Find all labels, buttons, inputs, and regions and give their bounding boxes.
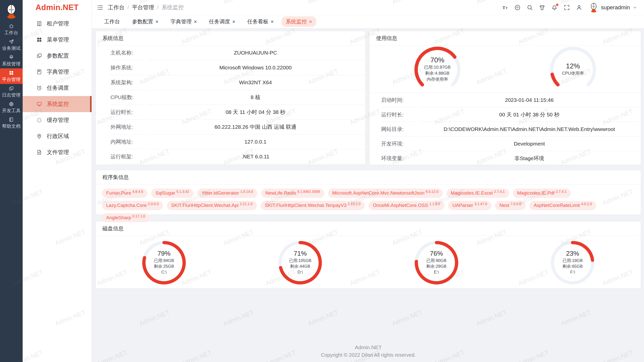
assembly-version: 4.0.2.0 [581, 202, 592, 206]
info-label: 启动时间: [381, 93, 415, 107]
notebook-icon [9, 117, 14, 122]
main-area: 工作台/平台管理/系统监控 TT中 superadmin 工作台参数配置×字典管… [92, 0, 644, 362]
rail-item-平台管理[interactable]: 平台管理 [0, 68, 23, 84]
sidebar-item-系统监控[interactable]: 系统监控 [23, 96, 92, 112]
tab-close-icon[interactable]: × [309, 19, 312, 24]
info-row: 运行框架:.NET 6.0.11 [96, 149, 365, 164]
assembly-tag: AspNetCoreRateLimit4.0.2.0 [529, 201, 596, 210]
sidebar-item-租户管理[interactable]: 租户管理 [23, 16, 92, 32]
tab-参数配置[interactable]: 参数配置× [128, 16, 163, 27]
assembly-version: 4.8.4.5 [132, 190, 143, 194]
breadcrumb-separator: / [128, 5, 129, 10]
info-value: 2023-01-04 11:15:46 [419, 93, 640, 107]
info-label: 环境变量: [381, 151, 415, 166]
sidebar-item-任务调度[interactable]: 任务调度 [23, 80, 92, 96]
assembly-tag: Nest7.0.0.0 [495, 201, 526, 210]
rail-item-系统管理[interactable]: 系统管理 [0, 53, 23, 68]
assembly-tag: Yitter.IdGenerator1.0.14.0 [197, 189, 257, 198]
user-menu[interactable]: superadmin [589, 3, 637, 13]
fullscreen-icon[interactable] [564, 4, 570, 11]
gauge-line: 内存使用率 [427, 76, 448, 82]
copy-icon [36, 53, 42, 59]
panel-title-assemblies: 程序集信息 [96, 170, 641, 185]
tab-close-icon[interactable]: × [155, 19, 158, 24]
sidebar-item-文件管理[interactable]: 文件管理 [23, 144, 92, 160]
sidebar-item-缓存管理[interactable]: 缓存管理 [23, 112, 92, 128]
panel-usage-info: 使用信息 70%已用:10.97GB剩余:4.88GB内存使用率12%CPU使用… [369, 31, 641, 165]
rail-item-日志管理[interactable]: 日志管理 [0, 84, 23, 100]
tab-系统监控[interactable]: 系统监控× [281, 16, 316, 27]
assembly-name: AngleSharp [106, 215, 131, 221]
svg-text:中: 中 [516, 6, 519, 9]
assembly-name: Magicodes.IE.Excel [451, 190, 493, 196]
sidebar-item-字典管理[interactable]: 字典管理 [23, 64, 92, 80]
search-icon[interactable] [527, 4, 533, 11]
sidebar-item-label: 文件管理 [47, 149, 69, 156]
tab-任务看板[interactable]: 任务看板× [243, 16, 278, 27]
breadcrumb-item[interactable]: 工作台 [108, 4, 125, 11]
assembly-tag: Microsoft.AspNetCore.Mvc.NewtonsoftJson6… [328, 189, 443, 198]
rail-item-开发工具[interactable]: 开发工具 [0, 100, 23, 115]
monitor-icon [36, 101, 42, 107]
assembly-tag: Furion.Pure4.8.4.5 [102, 189, 147, 198]
rail-item-工作台[interactable]: 工作台 [0, 22, 23, 37]
sidebar-item-参数配置[interactable]: 参数配置 [23, 48, 92, 64]
file-icon [36, 149, 42, 155]
rail-item-label: 工作台 [4, 30, 18, 36]
svg-text:T: T [506, 6, 508, 10]
info-value: Development [419, 137, 640, 151]
topbar: 工作台/平台管理/系统监控 TT中 superadmin [92, 0, 644, 15]
gauge-line: 已用:94GB [154, 258, 174, 263]
sidebar-item-行政区域[interactable]: 行政区域 [23, 128, 92, 144]
gauge-line: 剩余:25GB [154, 263, 174, 269]
tab-close-icon[interactable]: × [271, 19, 274, 24]
rail-item-label: 系统管理 [2, 61, 21, 67]
gauge-line: 剩余:4.88GB [425, 70, 449, 76]
gauge-labels: 23%已用:19GB剩余:65GBF:\ [505, 238, 641, 286]
assembly-version: 1.0.14.0 [240, 190, 253, 194]
info-label: 开发环境: [381, 137, 415, 151]
dict-icon [36, 69, 42, 75]
grid-icon [36, 37, 42, 43]
sidebar-item-菜单管理[interactable]: 菜单管理 [23, 32, 92, 48]
gauge-percent: 76% [430, 249, 443, 258]
tab-close-icon[interactable]: × [232, 19, 235, 24]
send-icon [9, 39, 14, 44]
breadcrumb-item[interactable]: 平台管理 [132, 4, 154, 11]
assembly-tag: Magicodes.IE.Pdf2.7.4.1 [513, 189, 571, 198]
bell-icon[interactable] [551, 4, 558, 11]
username: superadmin [601, 4, 630, 11]
rail-item-帮助文档[interactable]: 帮助文档 [0, 115, 23, 131]
module-sidebar: Admin.NET 租户管理菜单管理参数配置字典管理任务调度系统监控缓存管理行政… [23, 0, 92, 362]
tab-工作台[interactable]: 工作台 [100, 16, 124, 27]
assembly-version: 2.0.0.0 [148, 202, 159, 206]
collapse-menu-icon[interactable] [97, 4, 103, 11]
tab-close-icon[interactable]: × [194, 19, 197, 24]
grid-icon [9, 70, 14, 76]
theme-shirt-icon[interactable] [539, 4, 545, 11]
rail-item-业务测试[interactable]: 业务测试 [0, 37, 23, 53]
gauge-line: 已用:105GB [289, 258, 311, 263]
rail-menu: 工作台业务测试系统管理平台管理日志管理开发工具帮助文档 [0, 22, 23, 131]
assembly-tag: SKIT.FlurlHttpClient.Wechat.Api2.21.1.0 [167, 201, 257, 210]
footer-app-name: Admin.NET [96, 344, 641, 350]
assembly-name: SKIT.FlurlHttpClient.Wechat.Api [171, 203, 238, 208]
sidebar-logo: Admin.NET [23, 0, 92, 15]
font-size-icon[interactable]: TT [502, 4, 508, 11]
sidebar-item-label: 字典管理 [47, 68, 69, 76]
assembly-tag: SqlSugar5.1.3.42 [151, 189, 193, 198]
gear-icon [9, 55, 14, 60]
info-label: 外网地址: [110, 120, 143, 134]
assembly-version: 6.0.12.0 [426, 190, 438, 194]
rail-item-label: 帮助文档 [2, 123, 21, 129]
language-icon[interactable]: 中 [514, 4, 521, 11]
info-label: 主机名称: [110, 46, 143, 60]
info-value: 8 核 [147, 90, 364, 105]
tab-任务调度[interactable]: 任务调度× [205, 16, 239, 27]
info-row: 内网地址:127.0.0.1 [96, 134, 365, 149]
tab-字典管理[interactable]: 字典管理× [166, 16, 201, 27]
pin-icon [36, 133, 42, 139]
assembly-tag: Magicodes.IE.Excel2.7.4.1 [447, 189, 509, 198]
user-icon[interactable] [576, 4, 582, 11]
panel-title-usage: 使用信息 [370, 31, 641, 46]
